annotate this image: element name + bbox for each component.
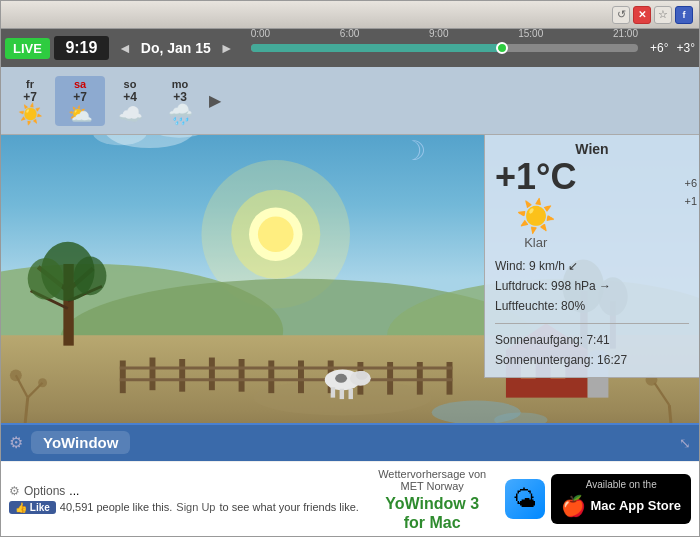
day-sa-icon: ⛅ bbox=[68, 104, 93, 124]
settings-icon[interactable]: ⚙ bbox=[9, 433, 23, 452]
svg-point-20 bbox=[28, 258, 64, 300]
timeline-label-0: 0:00 bbox=[251, 29, 270, 39]
day-sa[interactable]: sa +7 ⛅ bbox=[55, 76, 105, 126]
options-row: ⚙ Options... bbox=[9, 484, 359, 498]
yowindow-logo: YoWindow bbox=[31, 431, 130, 454]
close-button[interactable]: ✕ bbox=[633, 6, 651, 24]
svg-point-52 bbox=[335, 374, 347, 383]
temp-badges: +6° +3° bbox=[650, 41, 695, 55]
fb-like-button[interactable]: 👍 Like bbox=[9, 501, 56, 514]
timeline-label-21: 21:00 bbox=[613, 29, 638, 39]
sun-icon: ☀️ bbox=[495, 197, 576, 235]
options-link[interactable]: Options bbox=[24, 484, 65, 498]
timeline-label-15: 15:00 bbox=[518, 29, 543, 39]
day-so-icon: ☁️ bbox=[118, 104, 143, 124]
sunset-row: Sonnenuntergang: 16:27 bbox=[495, 350, 689, 370]
next-arrow[interactable]: ► bbox=[215, 38, 239, 58]
timeline-bar[interactable]: 0:00 6:00 9:00 15:00 21:00 bbox=[251, 44, 638, 52]
pressure-info: Luftdruck: 998 hPa → bbox=[495, 276, 689, 296]
day-so-name: so bbox=[124, 78, 137, 90]
side-temp-2: +1 bbox=[684, 193, 697, 211]
live-badge: LIVE bbox=[5, 38, 50, 59]
apple-logo-icon: 🍎 bbox=[561, 492, 586, 520]
svg-rect-36 bbox=[239, 359, 245, 392]
day-fr-icon: ☀️ bbox=[18, 104, 43, 124]
yowindow-footer-bar: ⚙ YoWindow ⤡ bbox=[1, 425, 699, 461]
footer-center: Wettervorhersage von MET Norway YoWindow… bbox=[369, 466, 496, 532]
mac-app-store-label: Mac App Store bbox=[590, 497, 681, 515]
weather-panel: Wien +1°C ☀️ Klar +6 +1 Wind: 9 km/h ↙ L… bbox=[484, 135, 699, 378]
sunrise-value: 7:41 bbox=[586, 333, 609, 347]
timeline-progress bbox=[251, 44, 503, 52]
day-fr[interactable]: fr +7 ☀️ bbox=[5, 76, 55, 126]
svg-rect-33 bbox=[150, 358, 156, 391]
wind-info: Wind: 9 km/h ↙ bbox=[495, 256, 689, 276]
panel-sun-times: Sonnenaufgang: 7:41 Sonnenuntergang: 16:… bbox=[495, 330, 689, 371]
star-button[interactable]: ☆ bbox=[654, 6, 672, 24]
fb-count: 40,591 people like this. bbox=[60, 501, 173, 513]
svg-point-57 bbox=[38, 378, 47, 387]
panel-condition: Klar bbox=[495, 235, 576, 250]
panel-city: Wien bbox=[495, 141, 689, 157]
svg-rect-37 bbox=[268, 360, 274, 393]
main-scene: ☽ bbox=[1, 135, 699, 423]
time-display: 9:19 bbox=[54, 36, 109, 60]
sunrise-row: Sonnenaufgang: 7:41 bbox=[495, 330, 689, 350]
day-fr-temp: +7 bbox=[23, 90, 37, 104]
fb-rest-text: to see what your friends like. bbox=[219, 501, 358, 513]
sunset-label: Sonnenuntergang: bbox=[495, 353, 594, 367]
yowindow-promo: YoWindow 3for Mac bbox=[369, 494, 496, 532]
svg-point-4 bbox=[258, 216, 294, 252]
temp-high: +6° bbox=[650, 41, 668, 55]
fb-like-area: 👍 Like 40,591 people like this. Sign Up … bbox=[9, 501, 359, 514]
day-mo[interactable]: mo +3 🌧️ bbox=[155, 76, 205, 126]
svg-rect-32 bbox=[120, 360, 126, 393]
day-strip: fr +7 ☀️ sa +7 ⛅ so +4 ☁️ mo +3 🌧️ ▶ bbox=[1, 67, 699, 135]
fb-signup-link[interactable]: Sign Up bbox=[176, 501, 215, 513]
footer-promo-strip: ⚙ Options... 👍 Like 40,591 people like t… bbox=[1, 461, 699, 536]
day-mo-icon: 🌧️ bbox=[168, 104, 193, 124]
temp-low: +3° bbox=[677, 41, 695, 55]
refresh-button[interactable]: ↺ bbox=[612, 6, 630, 24]
svg-point-51 bbox=[356, 371, 368, 380]
bottom-area: ⚙ YoWindow ⤡ ⚙ Options... 👍 Like 40,591 … bbox=[1, 423, 699, 536]
day-fr-name: fr bbox=[26, 78, 34, 90]
side-temp-1: +6 bbox=[684, 175, 697, 193]
top-bar: LIVE 9:19 ◄ Do, Jan 15 ► 0:00 6:00 9:00 … bbox=[1, 29, 699, 67]
day-mo-temp: +3 bbox=[173, 90, 187, 104]
yowindow-app-icon: 🌤 bbox=[505, 479, 545, 519]
app-store-row: 🌤 Available on the 🍎 Mac App Store bbox=[505, 474, 691, 524]
app-content: LIVE 9:19 ◄ Do, Jan 15 ► 0:00 6:00 9:00 … bbox=[1, 29, 699, 536]
panel-details: Wind: 9 km/h ↙ Luftdruck: 998 hPa → Luft… bbox=[495, 256, 689, 317]
svg-rect-49 bbox=[340, 389, 344, 399]
day-sa-name: sa bbox=[74, 78, 86, 90]
timeline-thumb[interactable] bbox=[496, 42, 508, 54]
timeline-container[interactable]: 0:00 6:00 9:00 15:00 21:00 bbox=[243, 29, 646, 67]
day-so[interactable]: so +4 ☁️ bbox=[105, 76, 155, 126]
svg-rect-38 bbox=[298, 360, 304, 393]
available-on-label: Available on the bbox=[586, 478, 657, 492]
sunset-value: 16:27 bbox=[597, 353, 627, 367]
gear-small-icon: ⚙ bbox=[9, 484, 20, 498]
panel-divider bbox=[495, 323, 689, 324]
fb-button[interactable]: f bbox=[675, 6, 693, 24]
browser-window: ↺ ✕ ☆ f LIVE 9:19 ◄ Do, Jan 15 ► 0:00 6:… bbox=[0, 0, 700, 537]
svg-point-21 bbox=[74, 257, 107, 296]
app-store-badge[interactable]: Available on the 🍎 Mac App Store bbox=[551, 474, 691, 524]
panel-side-temps: +6 +1 bbox=[684, 175, 697, 210]
day-strip-next[interactable]: ▶ bbox=[205, 91, 225, 110]
timeline-label-9: 9:00 bbox=[429, 29, 448, 39]
day-so-temp: +4 bbox=[123, 90, 137, 104]
svg-rect-34 bbox=[179, 359, 185, 392]
browser-toolbar: ↺ ✕ ☆ f bbox=[1, 1, 699, 29]
svg-rect-50 bbox=[349, 389, 353, 399]
svg-rect-48 bbox=[331, 387, 335, 397]
panel-temp: +1°C bbox=[495, 157, 576, 197]
svg-rect-35 bbox=[209, 358, 215, 391]
expand-icon[interactable]: ⤡ bbox=[679, 435, 691, 451]
prev-arrow[interactable]: ◄ bbox=[113, 38, 137, 58]
svg-text:☽: ☽ bbox=[402, 136, 426, 166]
sunrise-label: Sonnenaufgang: bbox=[495, 333, 583, 347]
date-display: Do, Jan 15 bbox=[141, 40, 211, 56]
day-sa-temp: +7 bbox=[73, 90, 87, 104]
